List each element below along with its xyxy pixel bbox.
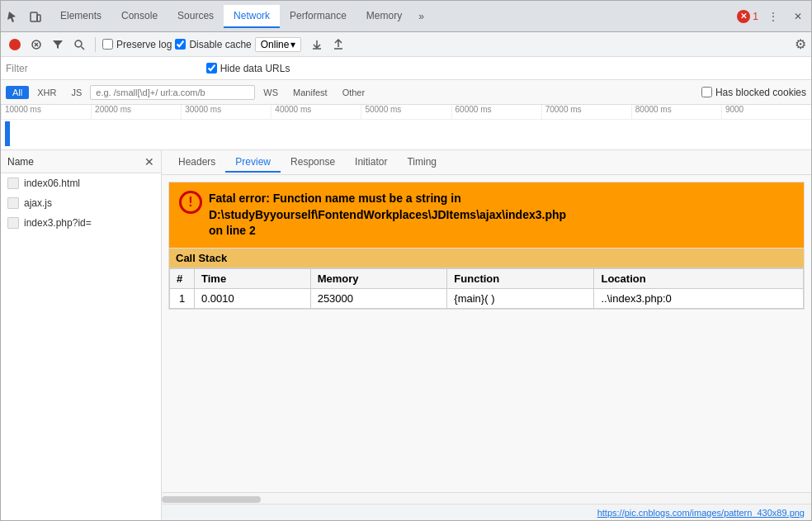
- svg-line-6: [82, 46, 85, 50]
- settings-button[interactable]: ⋮: [763, 7, 783, 26]
- ruler-mark-3: 30000 ms: [181, 105, 271, 119]
- clear-button[interactable]: [27, 36, 45, 54]
- request-list-title: Name: [7, 156, 34, 168]
- cell-num: 1: [170, 288, 195, 308]
- cursor-icon[interactable]: [4, 8, 21, 25]
- type-btn-js[interactable]: JS: [64, 86, 88, 99]
- type-filter-bar: All XHR JS WS Manifest Other Has blocked…: [1, 80, 811, 105]
- blocked-cookies-input[interactable]: [701, 87, 712, 97]
- blocked-cookies-checkbox[interactable]: Has blocked cookies: [701, 87, 806, 98]
- device-icon[interactable]: [27, 8, 44, 25]
- tab-bar-right: ✕ 1 ⋮ ✕: [737, 7, 808, 26]
- disable-cache-checkbox[interactable]: Disable cache: [175, 39, 251, 50]
- scroll-thumb[interactable]: [162, 496, 261, 503]
- type-btn-all[interactable]: All: [6, 86, 29, 99]
- tab-memory[interactable]: Memory: [356, 5, 412, 28]
- disable-cache-input[interactable]: [175, 39, 186, 50]
- table-header-num: #: [170, 268, 195, 288]
- chevron-down-icon: ▾: [290, 39, 295, 50]
- svg-point-5: [75, 40, 82, 47]
- network-settings-button[interactable]: ⚙: [795, 36, 806, 52]
- request-list-header: Name ✕: [1, 150, 161, 173]
- tab-network[interactable]: Network: [224, 5, 280, 28]
- filter-label: Filter: [6, 63, 28, 74]
- error-header: ! Fatal error: Function name must be a s…: [169, 182, 804, 248]
- panel-tabs: Headers Preview Response Initiator Timin…: [162, 150, 811, 175]
- cell-function: {main}( ): [447, 288, 594, 308]
- list-item[interactable]: ajax.js: [1, 193, 161, 213]
- timeline-bar: [5, 121, 10, 146]
- devtools-window: Elements Console Sources Network Perform…: [0, 0, 812, 521]
- search-button[interactable]: [70, 36, 88, 54]
- tab-elements[interactable]: Elements: [50, 5, 111, 28]
- request-item-name: index3.php?id=: [24, 217, 92, 229]
- svg-rect-0: [31, 12, 37, 21]
- call-stack-table: # Time Memory Function Location 1: [169, 268, 804, 309]
- request-item-name: ajax.js: [24, 197, 52, 209]
- status-url[interactable]: https://pic.cnblogs.com/images/pattern_4…: [597, 508, 805, 518]
- tab-response[interactable]: Response: [281, 153, 345, 173]
- ruler-mark-5: 50000 ms: [361, 105, 451, 119]
- export-button[interactable]: [329, 36, 347, 54]
- tab-console[interactable]: Console: [111, 5, 168, 28]
- throttle-select[interactable]: Online ▾: [255, 37, 302, 52]
- error-exclamation-icon: !: [179, 191, 202, 214]
- tab-sources[interactable]: Sources: [168, 5, 224, 28]
- main-content: Name ✕ index06.html ajax.js index3.php?i…: [1, 150, 811, 520]
- timeline-area: 10000 ms 20000 ms 30000 ms 40000 ms 5000…: [1, 105, 811, 150]
- type-btn-manifest[interactable]: Manifest: [286, 86, 334, 99]
- record-button[interactable]: [6, 36, 24, 54]
- table-header-time: Time: [195, 268, 311, 288]
- table-row: 1 0.0010 253000 {main}( ) ..\index3.php:…: [170, 288, 804, 308]
- hide-data-urls-input[interactable]: [206, 63, 217, 73]
- preserve-log-checkbox[interactable]: Preserve log: [102, 39, 172, 50]
- tab-performance[interactable]: Performance: [280, 5, 356, 28]
- request-items: index06.html ajax.js index3.php?id=: [1, 173, 161, 520]
- table-header-function: Function: [447, 268, 594, 288]
- request-list: Name ✕ index06.html ajax.js index3.php?i…: [1, 150, 162, 520]
- import-button[interactable]: [308, 36, 326, 54]
- preserve-log-input[interactable]: [102, 39, 113, 50]
- ruler-mark-9: 9000: [721, 105, 811, 119]
- file-icon: [7, 197, 19, 209]
- type-filter-input[interactable]: [90, 85, 255, 100]
- preview-panel: Headers Preview Response Initiator Timin…: [162, 150, 811, 520]
- preview-content: ! Fatal error: Function name must be a s…: [162, 175, 811, 492]
- network-toolbar: Preserve log Disable cache Online ▾: [1, 32, 811, 57]
- type-btn-other[interactable]: Other: [336, 86, 372, 99]
- error-badge[interactable]: ✕ 1: [737, 10, 758, 23]
- horizontal-scrollbar[interactable]: [162, 492, 811, 504]
- record-indicator: [9, 39, 21, 50]
- toolbar-divider: [95, 37, 96, 52]
- status-bar: https://pic.cnblogs.com/images/pattern_4…: [162, 504, 811, 520]
- hide-data-urls-checkbox[interactable]: Hide data URLs: [206, 63, 290, 74]
- list-item[interactable]: index3.php?id=: [1, 213, 161, 233]
- filter-bar: Filter Hide data URLs: [1, 57, 811, 80]
- tab-more[interactable]: »: [412, 6, 431, 27]
- ruler-mark-1: 10000 ms: [1, 105, 91, 119]
- error-count-icon: ✕: [737, 10, 750, 23]
- tab-preview[interactable]: Preview: [225, 153, 281, 173]
- request-item-name: index06.html: [24, 178, 80, 189]
- ruler-mark-6: 60000 ms: [451, 105, 541, 119]
- cell-memory: 253000: [310, 288, 447, 308]
- type-btn-ws[interactable]: WS: [257, 86, 285, 99]
- file-icon: [7, 178, 19, 189]
- type-btn-xhr[interactable]: XHR: [31, 86, 63, 99]
- call-stack-title: Call Stack: [169, 249, 804, 268]
- tab-initiator[interactable]: Initiator: [345, 153, 397, 173]
- error-count: 1: [753, 11, 758, 22]
- filter-button[interactable]: [49, 36, 67, 54]
- tab-timing[interactable]: Timing: [397, 153, 446, 173]
- ruler-mark-2: 20000 ms: [91, 105, 181, 119]
- svg-rect-1: [37, 15, 40, 21]
- tab-bar: Elements Console Sources Network Perform…: [1, 1, 811, 32]
- filter-input[interactable]: [35, 63, 200, 74]
- tab-headers[interactable]: Headers: [168, 153, 225, 173]
- timeline-ruler: 10000 ms 20000 ms 30000 ms 40000 ms 5000…: [1, 105, 811, 120]
- close-panel-button[interactable]: ✕: [144, 155, 154, 168]
- cell-location: ..\index3.php:0: [594, 288, 804, 308]
- close-devtools-button[interactable]: ✕: [788, 7, 808, 26]
- list-item[interactable]: index06.html: [1, 173, 161, 193]
- ruler-mark-7: 70000 ms: [541, 105, 631, 119]
